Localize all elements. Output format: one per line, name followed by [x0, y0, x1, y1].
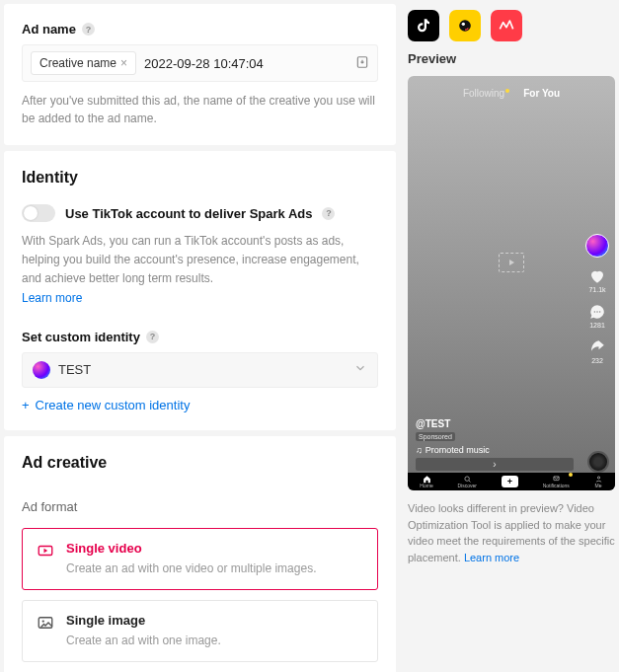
comment-stat[interactable]: 1281 [588, 303, 606, 329]
identity-card: Identity Use TikTok account to deliver S… [4, 151, 396, 430]
chip-label: Creative name [39, 56, 116, 70]
bottom-nav: Home Discover + Notifications Me [408, 473, 615, 490]
side-actions: 71.1k 1281 232 [585, 234, 609, 364]
image-icon [37, 614, 54, 635]
custom-identity-label: Set custom identity ? [22, 330, 378, 344]
ad-creative-title: Ad creative [22, 454, 378, 472]
format-desc: Create an ad with one video or multiple … [66, 560, 316, 577]
ad-format-label: Ad format [22, 499, 378, 514]
music-text: Promoted music [426, 445, 490, 455]
ad-name-card: Ad name ? Creative name × After you've s… [4, 4, 396, 145]
preview-handle: @TEST [416, 418, 450, 429]
tiktok-app-icon[interactable] [408, 10, 439, 41]
music-disc-icon[interactable] [587, 451, 609, 473]
identity-title: Identity [22, 169, 378, 187]
music-note-icon: ♫ [416, 445, 423, 455]
nav-discover[interactable]: Discover [457, 475, 476, 488]
insert-variable-icon[interactable] [355, 55, 369, 72]
nav-me[interactable]: Me [594, 475, 603, 488]
close-icon[interactable]: × [120, 56, 127, 70]
ad-name-label: Ad name ? [22, 22, 378, 37]
phone-preview: Following For You 71.1k 1281 232 [408, 76, 615, 490]
ad-name-input-wrap[interactable]: Creative name × [22, 44, 378, 82]
video-icon [37, 542, 54, 562]
help-icon[interactable]: ? [82, 23, 95, 36]
pangle-app-icon[interactable] [491, 10, 522, 41]
help-icon[interactable]: ? [322, 207, 335, 220]
custom-identity-label-text: Set custom identity [22, 330, 140, 344]
ad-name-hint: After you've submitted this ad, the name… [22, 92, 378, 127]
profile-avatar-icon[interactable] [585, 234, 609, 258]
share-count: 232 [591, 357, 603, 364]
cta-bar[interactable]: › [416, 458, 574, 471]
preview-learn-more-link[interactable]: Learn more [464, 552, 519, 563]
identity-avatar-icon [33, 361, 50, 379]
spark-ads-desc-text: With Spark Ads, you can run a TikTok acc… [22, 234, 359, 285]
preview-column: Preview Following For You 71.1k 1281 [408, 4, 615, 672]
spark-ads-desc: With Spark Ads, you can run a TikTok acc… [22, 232, 378, 308]
feed-tabs: Following For You [408, 88, 615, 99]
ad-creative-card: Ad creative Ad format Single video Creat… [4, 436, 396, 672]
nav-notifications[interactable]: Notifications [543, 475, 570, 488]
nav-create[interactable]: + [502, 476, 518, 487]
identity-selected: TEST [58, 362, 91, 377]
sponsored-badge: Sponsored [416, 432, 455, 441]
format-single-image[interactable]: Single image Create an ad with one image… [22, 600, 378, 662]
preview-label: Preview [408, 51, 615, 66]
create-identity-link[interactable]: + Create new custom identity [22, 398, 378, 412]
preview-note: Video looks different in preview? Video … [408, 500, 615, 565]
video-placeholder-icon [499, 253, 524, 272]
tab-for-you[interactable]: For You [523, 88, 560, 99]
svg-point-11 [599, 311, 601, 313]
format-desc: Create an ad with one image. [66, 632, 221, 649]
ad-name-label-text: Ad name [22, 22, 76, 37]
like-stat[interactable]: 71.1k [588, 267, 606, 293]
comment-count: 1281 [589, 322, 605, 329]
nav-home[interactable]: Home [420, 475, 432, 488]
create-identity-text: Create new custom identity [36, 398, 191, 412]
spark-ads-toggle-row: Use TikTok account to deliver Spark Ads … [22, 204, 378, 222]
svg-point-10 [596, 311, 598, 313]
format-single-video[interactable]: Single video Create an ad with one video… [22, 528, 378, 590]
svg-point-8 [462, 23, 465, 26]
spark-ads-toggle[interactable] [22, 204, 55, 222]
music-row: ♫ Promoted music [416, 445, 490, 455]
format-title: Single video [66, 541, 316, 556]
like-count: 71.1k [588, 286, 605, 293]
plus-icon: + [22, 398, 30, 412]
placement-app-icons [408, 10, 615, 41]
format-title: Single image [66, 613, 221, 628]
svg-point-3 [42, 620, 44, 622]
tab-following[interactable]: Following [463, 88, 509, 99]
creative-name-chip[interactable]: Creative name × [31, 51, 136, 75]
svg-point-9 [594, 311, 596, 313]
spark-ads-label: Use TikTok account to deliver Spark Ads [65, 206, 312, 221]
share-stat[interactable]: 232 [588, 338, 606, 364]
ad-name-input[interactable] [144, 56, 348, 71]
svg-point-14 [597, 477, 599, 479]
custom-identity-select[interactable]: TEST [22, 352, 378, 388]
chevron-down-icon [353, 361, 367, 378]
help-icon[interactable]: ? [146, 331, 159, 343]
buzzvideo-app-icon[interactable] [449, 10, 481, 41]
learn-more-link[interactable]: Learn more [22, 291, 82, 305]
svg-point-12 [465, 477, 470, 482]
